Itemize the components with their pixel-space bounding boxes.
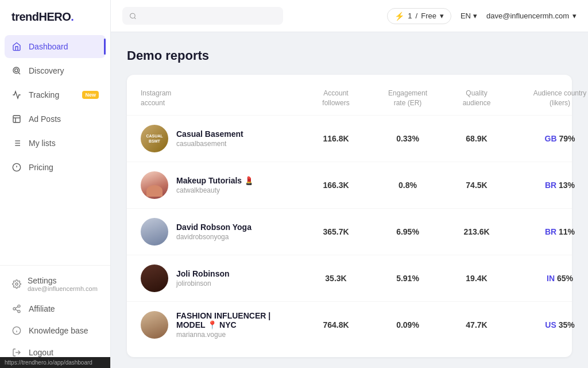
account-handle: marianna.vogue — [176, 331, 301, 339]
sidebar-item-affiliate[interactable]: Affiliate — [5, 298, 106, 320]
plan-name: Free — [421, 12, 436, 20]
plan-badge[interactable]: ⚡ 1 / Free ▾ — [387, 8, 451, 24]
table-row[interactable]: Makeup Tutorials 💄 catwalkbeauty 166.3K … — [127, 162, 572, 208]
sidebar-nav: Dashboard Discovery Tracking New — [0, 35, 110, 265]
engagement-value: 5.91% — [370, 274, 445, 283]
new-badge: New — [82, 91, 99, 99]
settings-email: dave@influencermh.com — [28, 285, 98, 292]
logo: trendHERO. — [0, 0, 110, 35]
settings-text: Settings dave@influencermh.com — [28, 276, 98, 292]
table-row[interactable]: Joli Robinson jolirobinson 35.3K 5.91% 1… — [127, 255, 572, 301]
svg-point-17 — [13, 308, 16, 310]
svg-line-20 — [16, 306, 18, 308]
country-value: BR 13% — [508, 181, 588, 190]
plan-slash: / — [416, 12, 418, 20]
sidebar-item-discovery[interactable]: Discovery — [5, 59, 106, 82]
avatar — [141, 218, 168, 246]
engagement-value: 0.33% — [370, 134, 445, 143]
sidebar-item-label: My lists — [29, 139, 56, 148]
lang-chevron-icon: ▾ — [473, 12, 477, 20]
account-name: FASHION INFLUENCER | MODEL 📍 NYC — [176, 311, 301, 329]
sidebar-item-settings[interactable]: Settings dave@influencermh.com — [5, 270, 106, 298]
col-account: Instagramaccount — [141, 89, 301, 108]
country-code: US — [545, 320, 556, 329]
plan-count: 1 — [408, 12, 412, 20]
user-email: dave@influencermh.com — [486, 12, 569, 20]
followers-value: 35.3K — [301, 274, 370, 283]
search-input[interactable] — [141, 12, 276, 20]
country-code: BR — [545, 181, 556, 190]
my-lists-icon — [11, 138, 22, 148]
bolt-icon: ⚡ — [394, 12, 404, 21]
quality-value: 19.4K — [445, 274, 508, 283]
account-name: David Robson Yoga — [176, 223, 252, 232]
account-handle: catwalkbeauty — [176, 186, 254, 194]
topbar-right: ⚡ 1 / Free ▾ EN ▾ dave@influencermh.com … — [387, 8, 577, 24]
col-country: Audience country(likers) — [508, 89, 588, 108]
sidebar-item-knowledge-base[interactable]: Knowledge base — [5, 320, 106, 342]
sidebar-item-tracking[interactable]: Tracking New — [5, 83, 106, 106]
demo-reports-table: Instagramaccount Accountfollowers Engage… — [127, 75, 572, 357]
svg-point-1 — [15, 69, 18, 72]
sidebar-item-label: Dashboard — [29, 42, 68, 51]
account-cell: David Robson Yoga davidrobsonyoga — [141, 218, 301, 246]
account-info: Casual Basement casualbasement — [176, 129, 243, 148]
knowledge-base-label: Knowledge base — [29, 326, 88, 335]
followers-value: 116.8K — [301, 134, 370, 143]
sidebar-item-label: Discovery — [29, 66, 64, 75]
svg-point-16 — [18, 305, 20, 307]
country-code: GB — [545, 134, 557, 143]
country-value: IN 65% — [508, 274, 588, 283]
svg-line-26 — [134, 17, 136, 18]
sidebar-item-pricing[interactable]: Pricing — [5, 156, 106, 179]
quality-value: 47.7K — [445, 320, 508, 329]
account-cell: Makeup Tutorials 💄 catwalkbeauty — [141, 171, 301, 199]
engagement-value: 6.95% — [370, 227, 445, 236]
sidebar-item-dashboard[interactable]: Dashboard — [5, 35, 106, 58]
sidebar-bottom: Settings dave@influencermh.com Affiliate — [0, 265, 110, 368]
sidebar-item-ad-posts[interactable]: Ad Posts — [5, 108, 106, 131]
logout-label: Logout — [29, 348, 53, 357]
search-bar[interactable] — [122, 7, 283, 25]
col-engagement: Engagementrate (ER) — [370, 89, 445, 108]
avatar — [141, 311, 168, 339]
country-value: GB 79% — [508, 134, 588, 143]
affiliate-icon — [11, 304, 22, 314]
table-row[interactable]: CASUALBSMT Casual Basement casualbasemen… — [127, 115, 572, 162]
affiliate-label: Affiliate — [29, 304, 55, 313]
account-cell: CASUALBSMT Casual Basement casualbasemen… — [141, 125, 301, 152]
svg-point-0 — [13, 67, 20, 74]
country-code: IN — [547, 274, 555, 283]
table-row[interactable]: David Robson Yoga davidrobsonyoga 365.7K… — [127, 208, 572, 255]
sidebar-item-my-lists[interactable]: My lists — [5, 132, 106, 155]
avatar — [141, 264, 168, 292]
info-icon — [11, 325, 22, 336]
account-info: FASHION INFLUENCER | MODEL 📍 NYC mariann… — [176, 311, 301, 339]
lang-selector[interactable]: EN ▾ — [461, 12, 477, 20]
avatar: CASUALBSMT — [141, 125, 168, 152]
col-quality: Qualityaudience — [445, 89, 508, 108]
main-content: ⚡ 1 / Free ▾ EN ▾ dave@influencermh.com … — [111, 0, 588, 368]
user-chevron-icon: ▾ — [572, 12, 577, 20]
svg-point-15 — [16, 283, 18, 285]
svg-rect-3 — [13, 116, 20, 122]
account-info: Makeup Tutorials 💄 catwalkbeauty — [176, 176, 254, 194]
quality-value: 68.9K — [445, 134, 508, 143]
followers-value: 166.3K — [301, 181, 370, 190]
account-name: Makeup Tutorials 💄 — [176, 176, 254, 185]
user-menu[interactable]: dave@influencermh.com ▾ — [486, 12, 577, 20]
page-title: Demo reports — [127, 48, 572, 63]
home-icon — [11, 41, 22, 52]
account-cell: Joli Robinson jolirobinson — [141, 264, 301, 292]
account-info: Joli Robinson jolirobinson — [176, 269, 230, 288]
avatar — [141, 171, 168, 199]
ad-posts-icon — [11, 114, 22, 124]
quality-value: 213.6K — [445, 227, 508, 236]
table-row[interactable]: FASHION INFLUENCER | MODEL 📍 NYC mariann… — [127, 301, 572, 348]
country-value: BR 11% — [508, 227, 588, 236]
country-value: US 35% — [508, 320, 588, 329]
sidebar-item-label: Tracking — [29, 90, 59, 99]
account-name: Joli Robinson — [176, 269, 230, 278]
lang-label: EN — [461, 12, 471, 20]
account-info: David Robson Yoga davidrobsonyoga — [176, 223, 252, 241]
